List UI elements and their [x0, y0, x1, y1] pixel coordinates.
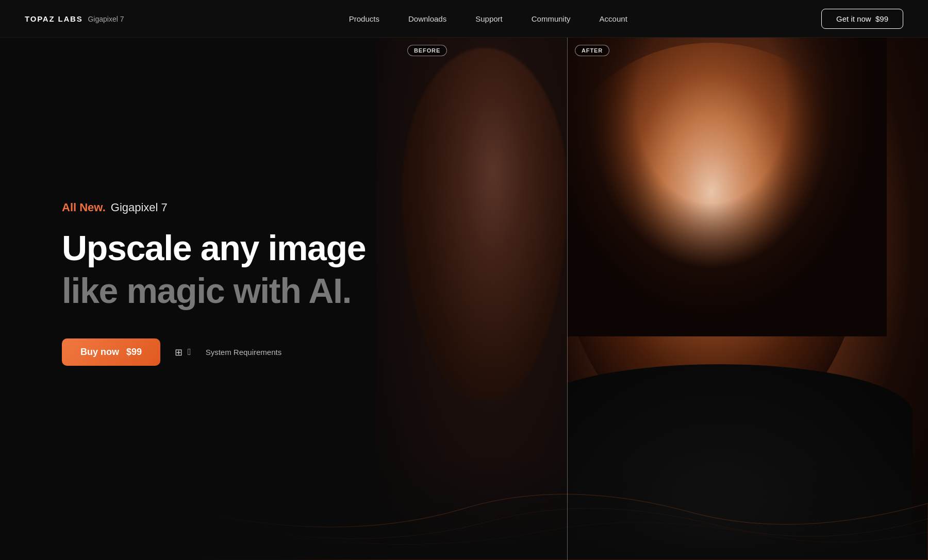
navigation: TOPAZ LABS Gigapixel 7 Products Download…	[0, 0, 928, 38]
platform-icons: ⊞ 	[175, 347, 191, 358]
nav-cta-label: Get it now	[836, 14, 871, 23]
nav-support[interactable]: Support	[461, 0, 517, 38]
tagline-product: Gigapixel 7	[111, 201, 168, 214]
hair-overlay	[567, 38, 887, 336]
apple-icon: 	[188, 347, 191, 358]
tagline-new: All New.	[62, 201, 106, 214]
before-badge: BEFORE	[407, 45, 447, 56]
comparison-divider	[567, 38, 568, 560]
headline: Upscale any image	[62, 229, 382, 267]
hero-content: All New. Gigapixel 7 Upscale any image l…	[0, 38, 382, 560]
tagline: All New. Gigapixel 7	[62, 201, 382, 214]
cta-row: Buy now $99 ⊞  System Requirements	[62, 338, 382, 366]
nav-cta-price: $99	[875, 14, 888, 23]
nav-community[interactable]: Community	[517, 0, 585, 38]
after-badge: AFTER	[575, 45, 609, 56]
headline-sub: like magic with AI.	[62, 271, 382, 310]
buy-price: $99	[126, 347, 142, 358]
windows-icon: ⊞	[175, 347, 183, 358]
nav-downloads[interactable]: Downloads	[394, 0, 461, 38]
nav-products[interactable]: Products	[335, 0, 394, 38]
brand-logo[interactable]: TOPAZ LABS Gigapixel 7	[25, 14, 124, 23]
nav-links: Products Downloads Support Community Acc…	[155, 0, 822, 38]
nav-cta-button[interactable]: Get it now $99	[821, 9, 903, 29]
buy-label: Buy now	[80, 347, 119, 358]
buy-button[interactable]: Buy now $99	[62, 338, 160, 366]
before-face	[402, 48, 567, 398]
system-requirements-link[interactable]: System Requirements	[206, 348, 282, 357]
brand-name: TOPAZ LABS	[25, 14, 82, 23]
brand-product: Gigapixel 7	[88, 15, 124, 23]
nav-account[interactable]: Account	[585, 0, 642, 38]
hero-section: BEFORE AFTER All New. Gigapixel 7 Upscal…	[0, 38, 928, 560]
